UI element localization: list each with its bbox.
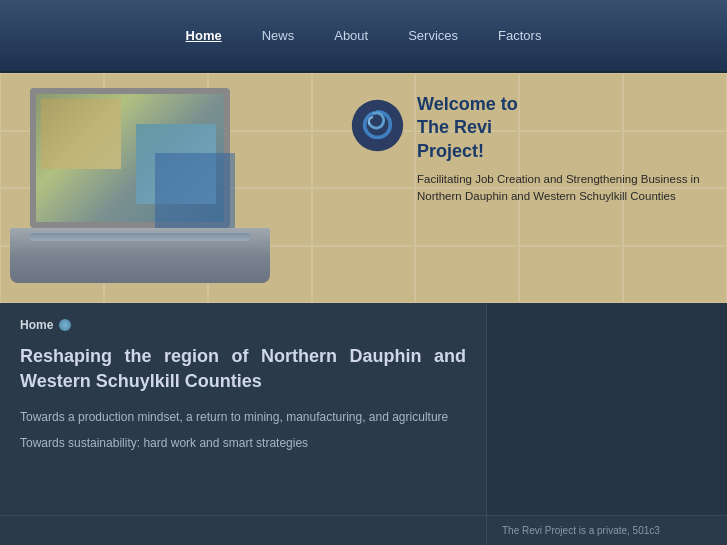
hero-content: Welcome to The Revi Project! Facilitatin… [340,73,727,303]
revi-logo [350,98,405,153]
breadcrumb-label: Home [20,318,53,332]
hero-tagline: Facilitating Job Creation and Strengthen… [417,171,707,206]
hero-welcome-title: Welcome to The Revi Project! [417,93,707,163]
hero-text: Welcome to The Revi Project! Facilitatin… [417,93,707,206]
main-paragraph-2: Towards sustainability: hard work and sm… [20,434,466,452]
footer: The Revi Project is a private, 501c3 [0,515,727,545]
header: Home News About Services Factors [0,0,727,73]
breadcrumb-dot-icon [59,319,71,331]
nav-item-services[interactable]: Services [388,20,478,51]
nav-item-factors[interactable]: Factors [478,20,561,51]
hero-laptop-image [0,73,340,303]
svg-point-0 [352,100,403,151]
footer-left [0,516,487,545]
page-heading: Reshaping the region of Northern Dauphin… [20,344,466,394]
breadcrumb: Home [20,318,466,332]
laptop-base [10,228,270,283]
main-nav: Home News About Services Factors [166,20,562,51]
main-content: Home Reshaping the region of Northern Da… [0,303,727,515]
nav-item-news[interactable]: News [242,20,315,51]
nav-item-about[interactable]: About [314,20,388,51]
main-paragraph-1: Towards a production mindset, a return t… [20,408,466,426]
content-right [487,303,727,515]
nav-item-home[interactable]: Home [166,20,242,51]
hero-banner: Welcome to The Revi Project! Facilitatin… [0,73,727,303]
content-left: Home Reshaping the region of Northern Da… [0,303,487,515]
footer-text: The Revi Project is a private, 501c3 [502,525,660,536]
footer-right: The Revi Project is a private, 501c3 [487,525,727,536]
